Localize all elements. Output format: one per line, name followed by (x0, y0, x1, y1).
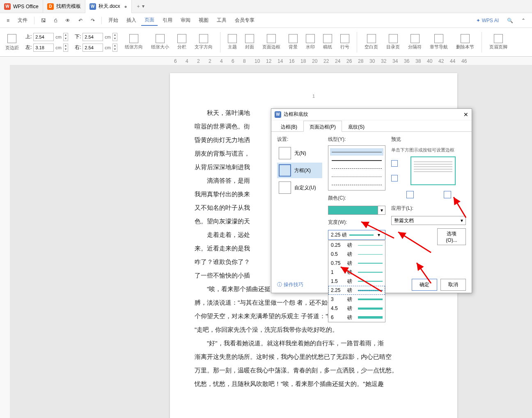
chapnav-button[interactable]: 章节导航 (427, 33, 450, 51)
menu-icon[interactable]: ≡ (3, 16, 13, 25)
orientation-button[interactable]: 纸张方向 (122, 33, 145, 51)
width-option[interactable]: 4.5磅 (328, 304, 385, 313)
ribbon: 页边距 上:cm▲▼ 左:cm▲▼ 下:cm▲▼ 右:cm▲▼ 纸张方向 纸张大… (0, 28, 532, 57)
margin-left-input[interactable]: 左:cm▲▼ (25, 43, 68, 52)
toc-icon (389, 34, 398, 43)
linetype-option[interactable] (330, 165, 383, 172)
setting-custom[interactable]: 自定义(U) (277, 180, 322, 195)
linetype-label: 线型(Y): (328, 136, 385, 143)
cancel-button[interactable]: 取消 (440, 279, 466, 291)
tab-wps-office[interactable]: WWPS Office (0, 0, 43, 13)
color-label: 颜色(C): (328, 195, 385, 202)
close-icon[interactable]: ✕ (463, 111, 468, 118)
page-number: 1 (312, 94, 315, 99)
theme-button[interactable]: 主题 (225, 33, 239, 51)
options-button[interactable]: 选项(O)... (437, 228, 466, 245)
print-icon[interactable]: ⎙ (51, 16, 60, 25)
width-option[interactable]: 0.5磅 (328, 250, 385, 259)
word-icon: W (89, 3, 96, 10)
info-icon: ⓘ (277, 281, 282, 288)
para: 渐离开这失意的场所。这时候，我内心里的忧愁已了无踪影，内心已晴空 (195, 350, 433, 363)
lineno-icon (340, 34, 349, 43)
linetype-list[interactable] (328, 145, 385, 191)
menu-member[interactable]: 会员专享 (232, 15, 258, 25)
chapnav-icon (434, 34, 443, 43)
linetype-option[interactable] (330, 156, 383, 164)
draft-button[interactable]: 稿纸 (321, 33, 335, 51)
margin-button[interactable] (5, 33, 19, 44)
setting-label: 设置: (277, 136, 322, 143)
pageborder-icon (267, 34, 276, 43)
tips-link[interactable]: ⓘ操作技巧 (277, 281, 303, 288)
cover-button[interactable]: 封面 (243, 33, 257, 51)
menu-review[interactable]: 审阅 (177, 15, 194, 25)
menu-page[interactable]: 页面 (141, 15, 158, 26)
delsection-icon (461, 34, 470, 43)
para: "走吧，你回家先洗个澡，洗完后我带你去吃好吃的。 (195, 323, 433, 336)
menu-start[interactable]: 开始 (105, 15, 122, 25)
tab-shading[interactable]: 底纹(S) (342, 121, 371, 132)
color-swatch (328, 206, 378, 214)
toc-button[interactable]: 目录页 (384, 33, 402, 51)
new-tab-button[interactable]: ＋ ▾ (132, 3, 149, 10)
columns-button[interactable]: 分栏 (175, 33, 189, 51)
menu-insert[interactable]: 插入 (123, 15, 140, 25)
para: 忧愁，忧愁，且随秋风吹散吧！"唉，看来那个插曲还挺大的。"她逗趣 (195, 377, 433, 390)
linetype-option[interactable] (330, 181, 383, 188)
undo-icon[interactable]: ↶ (75, 16, 86, 25)
menu-ref[interactable]: 引用 (159, 15, 176, 25)
background-icon (289, 34, 298, 43)
papersize-button[interactable]: 纸张大小 (149, 33, 172, 51)
blankpage-button[interactable]: 空白页 (362, 33, 381, 51)
tab-pageborder[interactable]: 页面边框(P) (303, 121, 342, 132)
linetype-option[interactable] (330, 189, 383, 191)
tab-border[interactable]: 边框(B) (275, 121, 303, 132)
border-left-toggle[interactable] (406, 191, 414, 198)
headerfooter-button[interactable]: 页眉页脚 (487, 33, 510, 51)
margin-right-input[interactable]: 右:cm▲▼ (75, 43, 117, 52)
textdir-button[interactable]: 文字方向 (192, 33, 215, 51)
menu-bar: ≡ 文件 🖫 ⎙ 👁 ↶ ↷ 开始 插入 页面 引用 审阅 视图 工具 会员专享… (0, 13, 532, 28)
pageborder-button[interactable]: 页面边框 (260, 33, 283, 51)
background-button[interactable]: 背景 (286, 33, 300, 51)
menu-view[interactable]: 视图 (195, 15, 212, 25)
tab-templates[interactable]: D找稻壳模板 (43, 0, 85, 13)
linetype-option[interactable] (330, 148, 383, 156)
width-option[interactable]: 3磅 (328, 295, 385, 304)
search-icon[interactable]: 🔍 (504, 16, 516, 25)
title-bar: WWPS Office D找稻壳模板 W秋天.docx● ＋ ▾ (0, 0, 532, 13)
color-select[interactable]: ▾ (328, 206, 385, 215)
collapse-ribbon-icon[interactable]: ⌃ (518, 16, 529, 25)
delsection-button[interactable]: 删除本节 (454, 33, 477, 51)
draft-icon (323, 34, 332, 43)
wps-icon: W (4, 3, 11, 10)
linetype-option[interactable] (330, 173, 383, 180)
margin-top-input[interactable]: 上:cm▲▼ (25, 32, 68, 41)
save-icon[interactable]: 🖫 (38, 16, 49, 25)
watermark-button[interactable]: 水印 (303, 33, 317, 51)
redo-icon[interactable]: ↷ (87, 16, 98, 25)
break-button[interactable]: 分隔符 (406, 33, 424, 51)
para: 膊，淡淡说道："与其在这里做一个怨 者，还不如做一 (195, 296, 433, 309)
border-bottom-toggle[interactable] (391, 175, 398, 181)
lineno-button[interactable]: 行号 (338, 33, 352, 51)
margin-bottom-input[interactable]: 下:cm▲▼ (75, 32, 117, 41)
border-top-toggle[interactable] (391, 160, 398, 167)
modified-dot: ● (124, 4, 127, 9)
setting-none[interactable]: 无(N) (277, 145, 322, 161)
template-icon: D (47, 3, 54, 10)
width-option[interactable]: 6磅 (328, 313, 385, 322)
preview-label: 预览 (391, 136, 466, 143)
chevron-down-icon: ▾ (378, 206, 385, 214)
preview-hint: 单击下方图示或按钮可设置边框 (391, 147, 466, 153)
file-menu[interactable]: 文件 (14, 15, 31, 25)
tab-document[interactable]: W秋天.docx● (85, 0, 132, 13)
setting-box[interactable]: 方框(X) (277, 163, 322, 178)
para: "好"，我看着她说道。就这样我坐着她的自行车，一路冒着雨，渐 (195, 336, 433, 350)
menu-tools[interactable]: 工具 (213, 15, 230, 25)
preview-icon[interactable]: 👁 (62, 16, 73, 25)
orientation-icon (129, 34, 138, 43)
box-icon (279, 164, 291, 177)
wps-ai-button[interactable]: ✦ WPS AI (473, 16, 502, 25)
watermark-icon (306, 34, 315, 43)
